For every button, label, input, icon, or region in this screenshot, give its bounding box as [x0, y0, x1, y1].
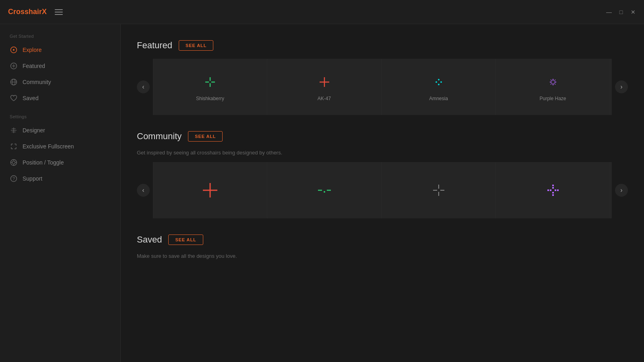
featured-section: Featured SEE ALL ‹ [137, 40, 628, 115]
community-icon [10, 78, 18, 86]
purple-haze-preview [543, 72, 563, 92]
featured-see-all-button[interactable]: SEE ALL [179, 40, 213, 51]
maximize-button[interactable]: □ [618, 9, 624, 15]
featured-prev-button[interactable]: ‹ [137, 80, 150, 93]
sidebar-item-label-designer: Designer [23, 127, 45, 134]
community-header: Community SEE ALL [137, 131, 628, 142]
support-icon: ? [10, 175, 18, 183]
community-section: Community SEE ALL Get inspired by seeing… [137, 131, 628, 218]
sidebar-item-community[interactable]: Community [0, 74, 120, 90]
featured-header: Featured SEE ALL [137, 40, 628, 51]
svg-point-28 [438, 79, 440, 80]
svg-text:?: ? [12, 176, 15, 181]
community-track [153, 162, 612, 218]
featured-card-ak47[interactable]: AK-47 [267, 59, 382, 115]
sidebar-item-label-support: Support [23, 175, 42, 182]
main-layout: Get Started Explore Featured [0, 24, 644, 362]
position-icon [10, 158, 18, 167]
saved-see-all-button[interactable]: SEE ALL [168, 234, 203, 245]
sidebar-item-label-saved: Saved [23, 95, 39, 101]
app-title: CrosshairX [8, 8, 47, 16]
titlebar: CrosshairX — □ ✕ [0, 0, 644, 24]
community-title: Community [137, 131, 182, 142]
svg-line-36 [551, 83, 552, 84]
svg-rect-49 [552, 185, 554, 186]
hamburger-menu[interactable] [55, 9, 63, 15]
sidebar-item-label-exclusive-fullscreen: Exclusive Fullscreen [23, 143, 74, 150]
sidebar-item-featured[interactable]: Featured [0, 58, 120, 74]
sidebar-item-position-toggle[interactable]: Position / Toggle [0, 154, 120, 171]
explore-icon [10, 46, 18, 54]
community-card-partial[interactable] [610, 162, 612, 218]
featured-carousel: ‹ Shishkaberry [137, 59, 628, 115]
featured-card-shishkaberry[interactable]: Shishkaberry [153, 59, 267, 115]
featured-card-partial[interactable] [610, 59, 612, 115]
purple-haze-label: Purple Haze [539, 96, 566, 101]
community-card-2[interactable] [267, 162, 382, 218]
svg-rect-54 [550, 189, 551, 191]
svg-point-44 [324, 191, 325, 193]
amnesia-preview [429, 72, 448, 92]
svg-line-34 [551, 80, 552, 81]
fullscreen-icon [10, 142, 18, 150]
featured-title: Featured [137, 40, 172, 51]
svg-point-13 [12, 161, 15, 164]
shishkaberry-label: Shishkaberry [196, 96, 224, 101]
svg-point-29 [438, 84, 440, 85]
saved-icon [10, 94, 18, 102]
sidebar-item-label-explore: Explore [23, 47, 41, 53]
community-preview-3 [429, 181, 448, 200]
ak47-preview [315, 72, 334, 92]
svg-line-37 [554, 83, 555, 84]
sidebar-item-support[interactable]: ? Support [0, 171, 120, 187]
community-card-1[interactable] [153, 162, 267, 218]
svg-line-35 [554, 80, 555, 81]
sidebar-item-label-featured: Featured [23, 63, 45, 69]
get-started-label: Get Started [0, 34, 120, 42]
content-area: Featured SEE ALL ‹ [121, 24, 644, 362]
shishkaberry-preview [200, 72, 220, 92]
amnesia-label: Amnesia [429, 96, 448, 101]
sidebar-item-label-community: Community [23, 79, 51, 85]
designer-icon [10, 126, 18, 134]
svg-point-1 [13, 49, 14, 51]
svg-point-26 [436, 81, 437, 83]
community-carousel: ‹ [137, 162, 628, 218]
close-button[interactable]: ✕ [630, 9, 636, 15]
community-next-button[interactable]: › [615, 184, 628, 197]
svg-rect-53 [547, 189, 549, 191]
svg-point-27 [440, 81, 442, 83]
svg-rect-50 [552, 187, 554, 189]
minimize-button[interactable]: — [606, 9, 612, 15]
community-description: Get inspired by seeing all crosshairs be… [137, 150, 628, 156]
community-preview-4 [543, 181, 563, 200]
featured-icon [10, 62, 18, 70]
saved-section: Saved SEE ALL Make sure to save all the … [137, 234, 628, 259]
titlebar-left: CrosshairX [8, 8, 63, 16]
svg-rect-52 [552, 194, 554, 196]
community-preview-1 [200, 181, 220, 200]
saved-description: Make sure to save all the designs you lo… [137, 253, 628, 259]
saved-title: Saved [137, 234, 162, 245]
svg-rect-51 [552, 192, 554, 193]
sidebar-item-saved[interactable]: Saved [0, 90, 120, 106]
sidebar: Get Started Explore Featured [0, 24, 121, 362]
community-prev-button[interactable]: ‹ [137, 184, 150, 197]
svg-rect-56 [557, 189, 559, 191]
community-preview-2 [315, 181, 334, 200]
sidebar-divider [0, 106, 120, 114]
community-card-4[interactable] [496, 162, 610, 218]
sidebar-item-explore[interactable]: Explore [0, 42, 120, 58]
featured-card-amnesia[interactable]: Amnesia [382, 59, 496, 115]
community-card-3[interactable] [382, 162, 496, 218]
sidebar-item-exclusive-fullscreen[interactable]: Exclusive Fullscreen [0, 138, 120, 154]
ak47-label: AK-47 [318, 96, 331, 101]
featured-next-button[interactable]: › [615, 80, 628, 93]
titlebar-controls: — □ ✕ [606, 9, 636, 15]
settings-label: Settings [0, 114, 120, 122]
featured-track: Shishkaberry AK-47 [153, 59, 612, 115]
sidebar-item-label-position-toggle: Position / Toggle [23, 159, 64, 166]
community-see-all-button[interactable]: SEE ALL [188, 131, 223, 142]
featured-card-purple-haze[interactable]: Purple Haze [496, 59, 610, 115]
sidebar-item-designer[interactable]: Designer [0, 122, 120, 138]
